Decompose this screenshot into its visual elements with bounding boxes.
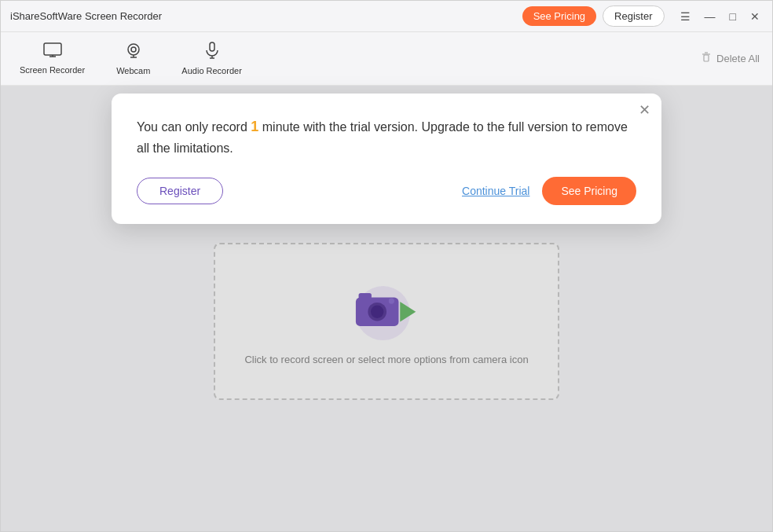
dialog-text-before: You can only record (137, 120, 251, 134)
svg-point-4 (131, 47, 136, 52)
dialog-highlight: 1 (251, 119, 258, 134)
dialog-text: You can only record 1 minute with the tr… (137, 116, 636, 158)
dialog-close-button[interactable]: ✕ (639, 103, 650, 117)
svg-rect-7 (210, 42, 214, 51)
title-bar-left: iShareSoftWare Screen Recorder (10, 10, 162, 22)
trash-icon (700, 51, 713, 66)
webcam-label: Webcam (116, 66, 150, 75)
register-header-button[interactable]: Register (603, 6, 664, 27)
app-title: iShareSoftWare Screen Recorder (10, 10, 162, 22)
window-controls: ☰ — □ ✕ (677, 9, 763, 24)
minimize-button[interactable]: — (702, 9, 719, 24)
dialog-overlay: ✕ You can only record 1 minute with the … (1, 86, 772, 531)
audio-recorder-icon (203, 42, 221, 63)
app-window: iShareSoftWare Screen Recorder See Prici… (0, 0, 773, 532)
svg-rect-10 (704, 55, 709, 61)
close-button[interactable]: ✕ (747, 9, 763, 24)
toolbar-item-webcam[interactable]: Webcam (110, 39, 156, 79)
title-bar-right: See Pricing Register ☰ — □ ✕ (522, 6, 763, 27)
svg-point-3 (128, 44, 139, 55)
screen-recorder-icon (43, 42, 62, 62)
toolbar-item-audio-recorder[interactable]: Audio Recorder (175, 39, 247, 79)
delete-all-label: Delete All (716, 53, 760, 64)
webcam-icon (125, 42, 142, 63)
see-pricing-dialog-button[interactable]: See Pricing (542, 177, 636, 205)
toolbar-right: Delete All (700, 51, 760, 66)
dialog-actions: Register Continue Trial See Pricing (137, 177, 636, 205)
main-content: ✕ You can only record 1 minute with the … (1, 86, 772, 531)
dialog-right-actions: Continue Trial See Pricing (462, 177, 636, 205)
upgrade-dialog: ✕ You can only record 1 minute with the … (112, 94, 661, 224)
maximize-button[interactable]: □ (727, 9, 739, 24)
toolbar-item-screen-recorder[interactable]: Screen Recorder (13, 39, 91, 78)
register-dialog-button[interactable]: Register (137, 178, 223, 204)
svg-rect-0 (44, 43, 61, 55)
continue-trial-button[interactable]: Continue Trial (462, 185, 529, 197)
delete-all-button[interactable]: Delete All (700, 51, 760, 66)
menu-button[interactable]: ☰ (677, 9, 694, 24)
toolbar: Screen Recorder Webcam (1, 32, 772, 86)
see-pricing-header-button[interactable]: See Pricing (522, 6, 596, 26)
screen-recorder-label: Screen Recorder (20, 65, 85, 75)
title-bar: iShareSoftWare Screen Recorder See Prici… (1, 1, 772, 32)
audio-recorder-label: Audio Recorder (181, 66, 241, 75)
